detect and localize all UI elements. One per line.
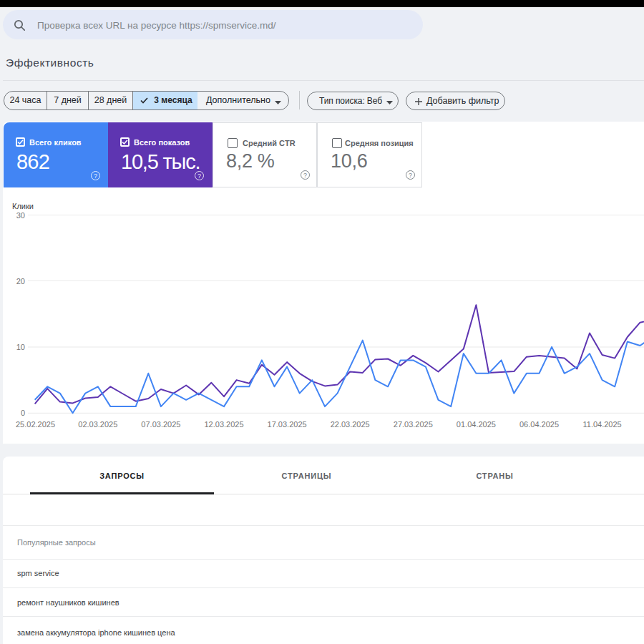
svg-text:12.03.2025: 12.03.2025 (204, 420, 243, 429)
svg-text:27.03.2025: 27.03.2025 (394, 420, 433, 429)
svg-text:02.03.2025: 02.03.2025 (78, 420, 117, 429)
svg-text:25.02.2025: 25.02.2025 (16, 420, 55, 429)
svg-text:17.03.2025: 17.03.2025 (268, 420, 307, 429)
svg-text:20: 20 (16, 277, 25, 286)
svg-text:06.04.2025: 06.04.2025 (519, 420, 559, 429)
svg-text:22.03.2025: 22.03.2025 (331, 420, 370, 429)
svg-text:10: 10 (16, 343, 25, 351)
svg-text:11.04.2025: 11.04.2025 (582, 420, 621, 429)
svg-text:07.03.2025: 07.03.2025 (141, 420, 180, 429)
svg-text:01.04.2025: 01.04.2025 (457, 420, 496, 429)
svg-text:0: 0 (21, 409, 25, 417)
svg-text:Клики: Клики (12, 202, 34, 210)
svg-text:30: 30 (16, 211, 25, 220)
